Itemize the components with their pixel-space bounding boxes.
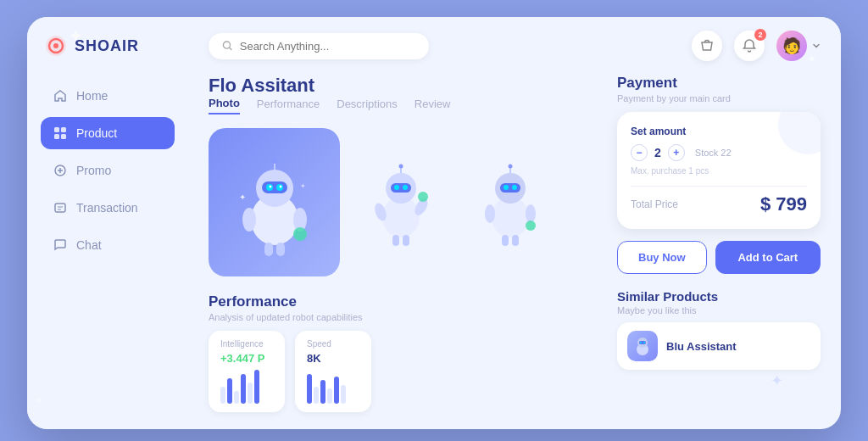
sidebar-item-transaction[interactable]: Transaction <box>41 192 175 224</box>
payment-card: Set amount − 2 + Stock 22 Max. purchase … <box>617 112 821 229</box>
similar-item[interactable]: Blu Assistant <box>617 322 821 370</box>
svg-text:✦: ✦ <box>300 182 306 190</box>
payment-subtitle: Payment by your main card <box>617 93 821 103</box>
svg-point-16 <box>279 185 281 187</box>
stock-info: Stock 22 <box>695 148 732 158</box>
chat-icon <box>53 237 68 253</box>
photo-thumb-2[interactable] <box>352 143 449 262</box>
svg-point-46 <box>526 204 536 223</box>
svg-point-19 <box>242 208 256 232</box>
svg-rect-8 <box>55 204 65 212</box>
tab-descriptions[interactable]: Descriptions <box>337 98 398 114</box>
tab-photo[interactable]: Photo <box>209 97 240 114</box>
logo: SHOAIR <box>41 34 175 58</box>
svg-point-53 <box>640 342 642 343</box>
total-label: Total Price <box>631 198 678 210</box>
svg-rect-49 <box>512 235 519 246</box>
sidebar-transaction-label: Transaction <box>76 201 138 215</box>
product-title: Flo Assitant <box>209 75 597 97</box>
svg-rect-22 <box>264 243 273 256</box>
left-panel: Flo Assitant Photo Performance Descripti… <box>209 75 597 412</box>
robot-thumb-2 <box>359 148 443 258</box>
set-amount-label: Set amount <box>631 126 807 137</box>
intelligence-label: Intelligence <box>220 339 273 349</box>
search-input[interactable] <box>240 40 415 53</box>
sidebar-item-home[interactable]: Home <box>41 80 175 112</box>
svg-point-18 <box>272 159 277 164</box>
perf-bar-speed: Speed 8K <box>295 331 371 412</box>
sidebar-item-product[interactable]: Product <box>41 117 175 149</box>
sidebar-item-promo[interactable]: Promo <box>41 154 175 187</box>
notification-badge: 2 <box>754 29 766 41</box>
chevron-down-icon <box>812 42 821 50</box>
svg-rect-37 <box>403 235 409 246</box>
svg-point-35 <box>418 192 428 202</box>
photo-main[interactable]: ✦ ✦ <box>209 128 340 276</box>
similar-item-name: Blu Assistant <box>666 340 737 353</box>
sidebar: SHOAIR Home Product <box>27 17 188 429</box>
payment-section: Payment Payment by your main card Set am… <box>617 75 821 229</box>
photo-thumb-3[interactable] <box>461 143 559 262</box>
payment-title: Payment <box>617 75 821 92</box>
quantity-decrease-button[interactable]: − <box>631 144 648 161</box>
speed-value: 8K <box>307 352 359 365</box>
tab-performance[interactable]: Performance <box>257 98 320 114</box>
avatar: 🧑 <box>776 31 807 61</box>
svg-point-54 <box>643 342 645 343</box>
product-icon <box>53 126 68 141</box>
home-icon <box>53 88 68 103</box>
sidebar-home-label: Home <box>76 89 108 103</box>
performance-section: Performance Analysis of updated robot ca… <box>209 293 597 412</box>
svg-point-41 <box>504 185 509 190</box>
header-right: 2 🧑 <box>692 31 821 61</box>
photos-row: ✦ ✦ <box>209 128 597 276</box>
svg-point-42 <box>512 185 517 190</box>
intelligence-chart <box>220 370 273 404</box>
quantity-increase-button[interactable]: + <box>668 144 685 161</box>
search-bar[interactable] <box>209 33 429 59</box>
svg-point-2 <box>53 43 58 48</box>
performance-bars: Intelligence +3.447 P <box>209 331 597 412</box>
tabs: Photo Performance Descriptions Review <box>209 97 597 114</box>
svg-point-21 <box>293 227 307 241</box>
svg-rect-36 <box>392 235 399 246</box>
add-to-cart-button[interactable]: Add to Cart <box>715 241 821 274</box>
svg-rect-40 <box>500 183 520 193</box>
transaction-icon <box>53 200 68 215</box>
similar-robot-svg <box>631 334 654 358</box>
speed-chart <box>307 370 359 404</box>
perf-bar-intelligence: Intelligence +3.447 P <box>209 331 285 412</box>
main-content: 2 🧑 Flo Assitant Photo Performance <box>188 17 841 429</box>
similar-robot-icon <box>627 331 658 361</box>
logo-text: SHOAIR <box>75 37 139 55</box>
bag-button[interactable] <box>692 31 722 61</box>
svg-rect-12 <box>262 181 287 193</box>
notification-button[interactable]: 2 <box>734 31 765 61</box>
svg-point-47 <box>526 220 536 231</box>
svg-point-45 <box>485 204 495 223</box>
performance-title: Performance <box>209 293 597 310</box>
svg-point-44 <box>508 164 512 168</box>
svg-point-32 <box>398 164 403 168</box>
sidebar-item-chat[interactable]: Chat <box>41 229 175 261</box>
divider <box>631 186 807 187</box>
quantity-value: 2 <box>654 146 661 159</box>
tab-review[interactable]: Review <box>415 98 451 114</box>
max-purchase-info: Max. purchase 1 pcs <box>631 166 807 176</box>
svg-rect-4 <box>61 127 66 132</box>
buy-now-button[interactable]: Buy Now <box>617 241 707 274</box>
search-icon <box>222 40 233 52</box>
intelligence-value: +3.447 P <box>220 352 273 365</box>
promo-icon <box>53 163 68 178</box>
total-price: $ 799 <box>760 193 807 215</box>
performance-subtitle: Analysis of updated robot capabilities <box>209 312 597 322</box>
sidebar-promo-label: Promo <box>76 164 111 177</box>
svg-rect-3 <box>54 127 59 132</box>
robot-thumb-3 <box>468 148 553 258</box>
svg-rect-23 <box>276 243 285 256</box>
content-area: Flo Assitant Photo Performance Descripti… <box>188 75 841 429</box>
avatar-button[interactable]: 🧑 <box>776 31 821 61</box>
sidebar-chat-label: Chat <box>76 238 102 252</box>
bell-icon <box>742 38 757 53</box>
sidebar-product-label: Product <box>76 126 117 140</box>
